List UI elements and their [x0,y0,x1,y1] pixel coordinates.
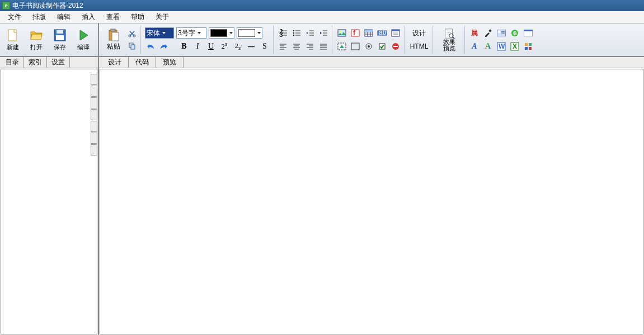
textbox-icon: abl [377,29,387,37]
attr-button[interactable]: 属 [468,27,481,39]
compile-button[interactable]: 编译 [72,26,95,54]
svg-rect-45 [338,30,346,36]
font-size-dropdown[interactable]: 3号字 [176,27,206,39]
svg-rect-74 [488,29,492,32]
new-button[interactable]: 新建 [2,26,24,54]
target-icon [365,43,373,50]
backcolor-dropdown[interactable] [237,27,262,39]
forecolor-swatch [210,29,227,37]
insert-frame-button[interactable] [349,40,361,53]
editor-canvas[interactable] [100,69,643,334]
align-right-button[interactable] [304,40,316,53]
svg-point-64 [368,45,370,48]
right-panel-tabs: 设计 代码 预览 [99,57,644,68]
underline-button[interactable]: U [205,40,217,53]
handle-1[interactable] [91,74,97,85]
svg-rect-90 [529,47,532,50]
forecolor-dropdown[interactable] [209,27,234,39]
unordered-list-button[interactable] [290,27,303,39]
strike-button[interactable]: S [258,40,271,53]
insert-anchor-button[interactable] [363,40,375,53]
open-button[interactable]: 打开 [25,26,48,54]
diskette-icon [53,29,67,42]
form-icon [391,29,400,37]
toc-tree[interactable] [1,69,97,334]
handle-7[interactable] [91,144,97,155]
preview-button[interactable]: 效果预览 [436,27,462,52]
window-button[interactable] [522,27,534,39]
ol-icon: 123 [279,29,287,37]
insert-flash-button[interactable]: f [349,27,361,39]
tab-code[interactable]: 代码 [129,57,156,68]
align-justify-button[interactable] [317,40,330,53]
word-button[interactable]: W [495,40,507,53]
html-view-button[interactable]: HTML [408,40,430,53]
tab-index[interactable]: 索引 [24,57,47,68]
menu-file[interactable]: 文件 [2,11,27,23]
design-view-button[interactable]: 设计 [408,27,430,39]
outdent-button[interactable] [304,27,316,39]
menu-view[interactable]: 查看 [101,11,125,23]
left-panel: 目录 索引 设置 [0,57,99,335]
insert-div-button[interactable] [336,40,348,53]
font-family-dropdown[interactable]: 宋体 [145,27,174,39]
word-icon: W [497,42,506,51]
menu-about[interactable]: 关于 [150,11,175,23]
insert-table-button[interactable] [363,27,375,39]
menu-help[interactable]: 帮助 [125,11,150,23]
svg-point-46 [340,31,341,33]
paste-button[interactable]: 粘贴 [102,27,125,52]
menu-edit[interactable]: 编辑 [51,11,76,23]
idcard-icon [497,30,506,36]
eyedropper-button[interactable] [482,27,494,39]
insert-image-button[interactable] [336,27,348,39]
redo-icon [159,43,168,50]
id-button[interactable] [495,27,507,39]
subscript-icon: 23 [235,42,241,51]
table-icon [364,29,373,37]
superscript-button[interactable]: 23 [218,40,231,53]
cut-button[interactable] [126,27,138,40]
handle-3[interactable] [91,97,97,108]
tab-design[interactable]: 设计 [101,57,129,68]
handle-6[interactable] [91,133,97,144]
handle-4[interactable] [91,109,97,120]
svg-rect-82 [524,30,533,31]
hr-button[interactable]: — [245,40,257,53]
title-bar: e 电子书阅读制作器-2012 [0,0,644,11]
save-button[interactable]: 保存 [49,26,71,54]
font-a-button[interactable]: A [468,40,481,53]
menu-layout[interactable]: 排版 [27,11,51,23]
align-left-button[interactable] [277,40,289,53]
handle-2[interactable] [91,86,97,97]
bold-button[interactable]: B [178,40,190,53]
undo-button[interactable] [144,40,157,53]
ordered-list-button[interactable]: 123 [277,27,289,39]
menu-insert[interactable]: 插入 [76,11,101,23]
font-a2-button[interactable]: A [482,40,494,53]
handle-5[interactable] [91,121,97,132]
redo-button[interactable] [158,40,170,53]
iexplore-button[interactable]: e [509,27,521,39]
side-handles [91,74,97,156]
tab-settings[interactable]: 设置 [47,57,70,68]
subscript-button[interactable]: 23 [232,40,244,53]
checkbox-icon [378,43,386,50]
insert-checkbox-button[interactable] [376,40,388,53]
strike-icon: S [262,42,267,51]
insert-form-button[interactable] [389,27,402,39]
ie-icon: e [511,29,519,37]
svg-rect-62 [351,43,359,50]
insert-textbox-button[interactable]: abl [376,27,388,39]
excel-button[interactable]: X [509,40,521,53]
folder-open-icon [30,29,43,42]
italic-button[interactable]: I [191,40,204,53]
grid4-button[interactable] [522,40,534,53]
undo-icon [146,43,155,50]
indent-button[interactable] [317,27,330,39]
tab-preview[interactable]: 预览 [156,57,184,68]
insert-nosign-button[interactable] [389,40,402,53]
tab-toc[interactable]: 目录 [1,57,24,68]
copy-button[interactable] [126,40,138,52]
align-center-button[interactable] [290,40,303,53]
